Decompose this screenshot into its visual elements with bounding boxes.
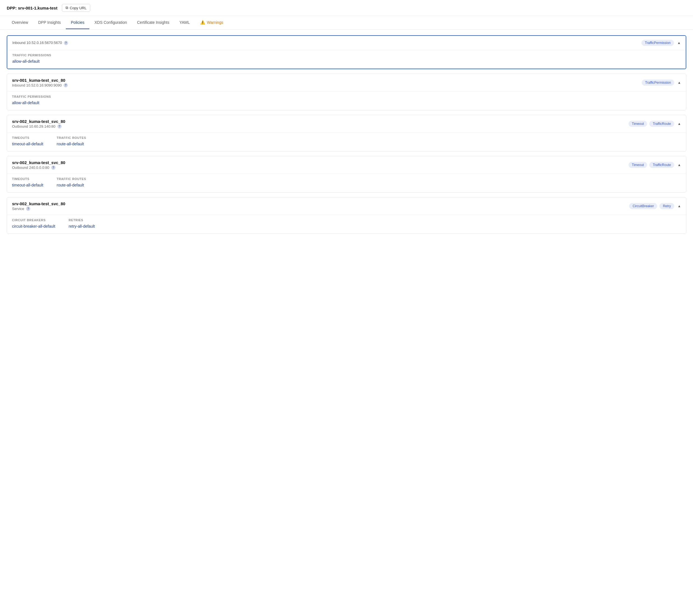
policy-header-right: TrafficPermission ▲ xyxy=(641,40,681,46)
policy-header-left: srv-002_kuma-test_svc_80 Outbound 10.60.… xyxy=(12,119,65,128)
badge-traffic-route: TrafficRoute xyxy=(649,162,674,168)
policy-column: TRAFFIC ROUTES route-all-default xyxy=(57,136,86,146)
policy-link[interactable]: timeout-all-default xyxy=(12,142,43,146)
policy-link[interactable]: route-all-default xyxy=(57,142,84,146)
policy-column: TRAFFIC PERMISSIONS allow-all-default xyxy=(12,54,51,64)
policy-header-left: srv-002_kuma-test_svc_80 Service ? xyxy=(12,201,65,211)
tab-xds-configuration[interactable]: XDS Configuration xyxy=(90,16,132,29)
policy-card: srv-002_kuma-test_svc_80 Outbound 240.0.… xyxy=(7,156,686,193)
badge-traffic-permission: TrafficPermission xyxy=(641,40,674,46)
section-label: TRAFFIC PERMISSIONS xyxy=(12,54,51,57)
policy-link[interactable]: circuit-breaker-all-default xyxy=(12,224,55,228)
policy-card-header[interactable]: Inbound 10.52.0.16:5670:5670 ? TrafficPe… xyxy=(7,36,686,50)
policy-body: TRAFFIC PERMISSIONS allow-all-default xyxy=(7,91,686,110)
section-label: TIMEOUTS xyxy=(12,136,43,140)
policy-column: TIMEOUTS timeout-all-default xyxy=(12,177,43,187)
chevron-up-icon: ▲ xyxy=(678,204,681,208)
info-icon[interactable]: ? xyxy=(57,124,62,128)
policy-columns: CIRCUIT BREAKERS circuit-breaker-all-def… xyxy=(12,219,681,228)
chevron-up-icon: ▲ xyxy=(677,41,681,45)
policy-subtitle: Inbound 10.52.0.16:5670:5670 ? xyxy=(12,41,68,45)
policy-name: srv-001_kuma-test_svc_80 xyxy=(12,78,68,83)
copy-url-label: Copy URL xyxy=(70,6,86,10)
policy-header-left: Inbound 10.52.0.16:5670:5670 ? xyxy=(12,41,68,45)
section-label: RETRIES xyxy=(68,219,95,222)
policy-card: Inbound 10.52.0.16:5670:5670 ? TrafficPe… xyxy=(7,35,686,69)
info-icon[interactable]: ? xyxy=(64,83,68,87)
tab-dpp-insights[interactable]: DPP Insights xyxy=(33,16,66,29)
warning-icon: ⚠️ xyxy=(200,20,205,25)
policy-card-header[interactable]: srv-002_kuma-test_svc_80 Outbound 240.0.… xyxy=(7,156,686,173)
policy-column: RETRIES retry-all-default xyxy=(68,219,95,228)
policy-columns: TRAFFIC PERMISSIONS allow-all-default xyxy=(12,95,681,105)
info-icon[interactable]: ? xyxy=(64,41,68,45)
policy-columns: TIMEOUTS timeout-all-default TRAFFIC ROU… xyxy=(12,177,681,187)
policy-header-left: srv-001_kuma-test_svc_80 Inbound 10.52.0… xyxy=(12,78,68,87)
policy-column: TIMEOUTS timeout-all-default xyxy=(12,136,43,146)
policy-header-left: srv-002_kuma-test_svc_80 Outbound 240.0.… xyxy=(12,160,65,170)
chevron-up-icon: ▲ xyxy=(678,81,681,85)
policy-name: srv-002_kuma-test_svc_80 xyxy=(12,201,65,206)
policy-subtitle: Outbound 10.60.29.140:80 ? xyxy=(12,124,65,128)
policy-subtitle: Outbound 240.0.0.0:80 ? xyxy=(12,165,65,170)
badge-timeout: Timeout xyxy=(629,162,647,168)
tab-policies[interactable]: Policies xyxy=(66,16,90,29)
policy-columns: TRAFFIC PERMISSIONS allow-all-default xyxy=(12,54,681,64)
policy-body: TIMEOUTS timeout-all-default TRAFFIC ROU… xyxy=(7,133,686,151)
policy-card: srv-002_kuma-test_svc_80 Outbound 10.60.… xyxy=(7,115,686,151)
tab-overview[interactable]: Overview xyxy=(7,16,33,29)
policy-link[interactable]: allow-all-default xyxy=(12,59,39,64)
policy-body: TRAFFIC PERMISSIONS allow-all-default xyxy=(7,50,686,68)
section-label: CIRCUIT BREAKERS xyxy=(12,219,55,222)
nav-tabs: Overview DPP Insights Policies XDS Confi… xyxy=(0,16,693,30)
chevron-up-icon: ▲ xyxy=(678,122,681,126)
policy-card-header[interactable]: srv-001_kuma-test_svc_80 Inbound 10.52.0… xyxy=(7,74,686,91)
policy-body: TIMEOUTS timeout-all-default TRAFFIC ROU… xyxy=(7,174,686,192)
tab-certificate-insights[interactable]: Certificate Insights xyxy=(132,16,174,29)
policy-header-right: CircuitBreaker Retry ▲ xyxy=(629,203,681,209)
policy-card: srv-002_kuma-test_svc_80 Service ? Circu… xyxy=(7,197,686,234)
policy-name: srv-002_kuma-test_svc_80 xyxy=(12,160,65,165)
info-icon[interactable]: ? xyxy=(51,165,56,170)
policy-link[interactable]: timeout-all-default xyxy=(12,183,43,187)
policy-link[interactable]: retry-all-default xyxy=(68,224,95,228)
chevron-up-icon: ▲ xyxy=(678,163,681,167)
policy-card-header[interactable]: srv-002_kuma-test_svc_80 Outbound 10.60.… xyxy=(7,115,686,132)
badge-retry: Retry xyxy=(659,203,674,209)
badge-traffic-permission: TrafficPermission xyxy=(642,80,674,86)
policy-card-header[interactable]: srv-002_kuma-test_svc_80 Service ? Circu… xyxy=(7,198,686,215)
policy-name: srv-002_kuma-test_svc_80 xyxy=(12,119,65,124)
policy-body: CIRCUIT BREAKERS circuit-breaker-all-def… xyxy=(7,215,686,233)
page-header: DPP: srv-001-1.kuma-test ⧉ Copy URL xyxy=(0,0,693,16)
info-icon[interactable]: ? xyxy=(26,207,30,211)
policy-subtitle: Service ? xyxy=(12,207,65,211)
tab-warnings[interactable]: ⚠️ Warnings xyxy=(195,16,229,29)
policy-columns: TIMEOUTS timeout-all-default TRAFFIC ROU… xyxy=(12,136,681,146)
tab-yaml[interactable]: YAML xyxy=(174,16,195,29)
policy-link[interactable]: allow-all-default xyxy=(12,101,39,105)
policy-card: srv-001_kuma-test_svc_80 Inbound 10.52.0… xyxy=(7,74,686,110)
section-label: TRAFFIC PERMISSIONS xyxy=(12,95,51,98)
section-label: TRAFFIC ROUTES xyxy=(57,177,86,181)
copy-icon: ⧉ xyxy=(65,6,68,10)
copy-url-button[interactable]: ⧉ Copy URL xyxy=(62,4,90,12)
section-label: TIMEOUTS xyxy=(12,177,43,181)
badge-traffic-route: TrafficRoute xyxy=(649,121,674,127)
policy-header-right: Timeout TrafficRoute ▲ xyxy=(629,162,681,168)
policy-header-right: TrafficPermission ▲ xyxy=(642,80,681,86)
page-title: DPP: srv-001-1.kuma-test xyxy=(7,6,57,11)
policy-header-right: Timeout TrafficRoute ▲ xyxy=(629,121,681,127)
badge-circuit-breaker: CircuitBreaker xyxy=(629,203,657,209)
policy-subtitle: Inbound 10.52.0.16:9090:9090 ? xyxy=(12,83,68,87)
badge-timeout: Timeout xyxy=(629,121,647,127)
section-label: TRAFFIC ROUTES xyxy=(57,136,86,140)
policy-column: TRAFFIC ROUTES route-all-default xyxy=(57,177,86,187)
policy-column: CIRCUIT BREAKERS circuit-breaker-all-def… xyxy=(12,219,55,228)
policy-column: TRAFFIC PERMISSIONS allow-all-default xyxy=(12,95,51,105)
main-content: Inbound 10.52.0.16:5670:5670 ? TrafficPe… xyxy=(0,30,693,244)
policy-link[interactable]: route-all-default xyxy=(57,183,84,187)
